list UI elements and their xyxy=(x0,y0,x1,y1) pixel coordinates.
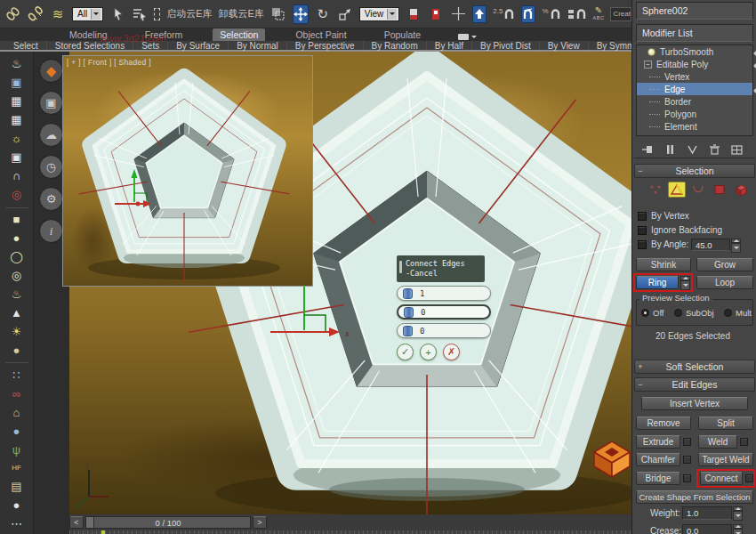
loop-button[interactable]: Loop xyxy=(696,276,753,289)
ribbon-item-by-perspective[interactable]: By Perspective xyxy=(287,41,364,51)
by-vertex-checkbox[interactable] xyxy=(638,212,647,221)
spinner-snap-toggle-icon[interactable] xyxy=(567,8,587,20)
projector-icon[interactable]: ▣ xyxy=(5,149,28,166)
bridge-button[interactable]: Bridge xyxy=(636,472,680,485)
segments-field[interactable]: 1 xyxy=(397,286,491,301)
clock-icon[interactable]: ◷ xyxy=(39,155,63,179)
angle-spinner[interactable] xyxy=(731,239,741,251)
connect-settings-box[interactable] xyxy=(745,474,753,482)
edit-edges-rollout-header[interactable]: − Edit Edges xyxy=(634,377,755,392)
soft-selection-rollout-header[interactable]: + Soft Selection xyxy=(634,360,755,374)
remove-button[interactable]: Remove xyxy=(636,417,691,430)
crease-spinner[interactable] xyxy=(733,524,743,534)
stack-row-editable-poly[interactable]: − Editable Poly xyxy=(637,58,752,70)
extrude-button[interactable]: Extrude xyxy=(636,435,680,449)
object-name-field[interactable]: Sphere002 xyxy=(636,2,753,20)
select-object-icon[interactable] xyxy=(109,4,125,24)
target-weld-button[interactable]: Target Weld xyxy=(698,453,753,466)
select-by-name-icon[interactable] xyxy=(132,4,148,24)
previous-frame-button[interactable]: < xyxy=(69,516,84,529)
configure-modifier-sets-icon[interactable] xyxy=(728,142,744,157)
extrude-settings-box[interactable] xyxy=(683,438,691,446)
ring-button[interactable]: Ring xyxy=(636,276,679,289)
stack-row-turbosmooth[interactable]: TurboSmooth xyxy=(637,45,752,58)
weight-value-field[interactable]: 1.0 xyxy=(682,506,732,520)
teapot-outline-icon[interactable]: ♨ xyxy=(5,285,28,303)
gear-icon[interactable]: ⚙ xyxy=(39,187,63,211)
ribbon-item-by-normal[interactable]: By Normal xyxy=(229,41,287,51)
move-tool-button[interactable] xyxy=(293,4,309,24)
show-end-result-icon[interactable] xyxy=(662,142,678,157)
viewport-label[interactable]: [ + ] [ Front ] [ Shaded ] xyxy=(67,58,151,67)
ribbon-item-by-random[interactable]: By Random xyxy=(364,41,427,51)
collapse-icon[interactable]: − xyxy=(644,61,652,69)
track-bar[interactable] xyxy=(69,530,631,534)
snaps-toggle-icon[interactable]: 2.5 xyxy=(493,8,515,20)
weld-settings-box[interactable] xyxy=(740,438,748,446)
stack-row-element[interactable]: Element xyxy=(637,120,752,133)
time-slider[interactable]: 0 / 100 xyxy=(85,516,251,529)
modifier-list-dropdown[interactable]: Modifier List xyxy=(636,24,753,42)
grow-button[interactable]: Grow xyxy=(696,258,753,271)
camera-icon[interactable]: ◎ xyxy=(5,186,28,204)
preview-subobj-radio[interactable] xyxy=(674,309,682,317)
cube-icon[interactable]: ▣ xyxy=(39,91,63,115)
spreadsheet-icon[interactable]: ▦ xyxy=(5,93,28,110)
rain-icon[interactable]: ∷ xyxy=(5,366,28,384)
crease-value-field[interactable]: 0.0 xyxy=(682,524,732,534)
make-unique-icon[interactable] xyxy=(684,142,700,157)
app-logo-icon[interactable]: ◆ xyxy=(39,59,63,83)
pinch-field[interactable]: 0 xyxy=(397,304,491,320)
render-frame-icon[interactable]: ▣ xyxy=(5,74,28,92)
circle-icon[interactable]: ◯ xyxy=(5,248,28,266)
bind-to-space-warp-icon[interactable]: ≋ xyxy=(50,4,66,24)
align-marker-icon[interactable] xyxy=(428,4,444,24)
select-and-link-icon[interactable] xyxy=(5,4,21,24)
more-icon[interactable]: ⋯ xyxy=(5,515,28,533)
mirror-marker-icon[interactable] xyxy=(406,4,422,24)
selection-filter-dropdown[interactable]: All xyxy=(72,7,103,21)
rotate-tool-icon[interactable]: ↻ xyxy=(315,4,331,24)
caddy-apply-button[interactable]: + xyxy=(420,344,437,360)
animal-hf-icon[interactable]: HF xyxy=(5,459,28,477)
ball-icon[interactable]: ● xyxy=(5,497,28,514)
grass-icon[interactable]: ψ xyxy=(5,441,28,458)
stack-row-edge[interactable]: Edge xyxy=(637,83,752,95)
tab-populate[interactable]: Populate xyxy=(377,28,428,41)
window-crossing-icon[interactable] xyxy=(270,4,286,24)
connect-button[interactable]: Connect xyxy=(700,472,743,485)
bridge-settings-box[interactable] xyxy=(683,474,691,482)
ribbon-item-by-pivot-dist[interactable]: By Pivot Dist xyxy=(472,41,540,51)
border-subobject-button[interactable] xyxy=(689,182,707,198)
ribbon-item-by-half[interactable]: By Half xyxy=(427,41,472,51)
info-icon[interactable]: i xyxy=(39,219,63,243)
weight-spinner[interactable] xyxy=(733,506,743,520)
create-shape-button[interactable]: Create Shape From Selection xyxy=(636,490,753,504)
ribbon-item-select[interactable]: Select xyxy=(5,41,47,51)
tab-object-paint[interactable]: Object Paint xyxy=(288,28,353,41)
molecule-icon[interactable]: ∞ xyxy=(5,384,28,402)
polygon-subobject-button[interactable] xyxy=(711,182,728,198)
unlink-selection-icon[interactable] xyxy=(28,4,44,24)
cone-icon[interactable]: ▲ xyxy=(5,303,28,321)
caddy-cancel-button[interactable]: ✗ xyxy=(443,344,460,360)
teapot-icon[interactable]: ♨ xyxy=(5,55,28,73)
dropdown-arrow-icon[interactable] xyxy=(91,9,101,20)
element-subobject-button[interactable] xyxy=(732,182,750,198)
preview-off-radio[interactable] xyxy=(641,309,649,317)
angle-value-field[interactable]: 45.0 xyxy=(691,239,730,251)
insert-vertex-button[interactable]: Insert Vertex xyxy=(641,397,748,410)
rock-icon[interactable]: ● xyxy=(5,422,28,440)
by-angle-checkbox[interactable] xyxy=(638,240,647,249)
selection-rollout-header[interactable]: − Selection xyxy=(634,164,755,178)
house-icon[interactable]: ⌂ xyxy=(5,403,28,421)
preview-mult-radio[interactable] xyxy=(724,309,732,317)
inset-viewport[interactable]: [ + ] [ Front ] [ Shaded ] xyxy=(62,55,313,287)
slide-field[interactable]: 0 xyxy=(397,323,491,338)
stack-row-vertex[interactable]: Vertex xyxy=(637,70,752,83)
reference-coordinate-dropdown[interactable]: View xyxy=(359,7,400,21)
table-icon[interactable]: ▦ xyxy=(5,111,28,129)
split-button[interactable]: Split xyxy=(698,417,753,430)
ribbon-item-by-surface[interactable]: By Surface xyxy=(168,41,229,51)
ribbon-item-by-view[interactable]: By View xyxy=(540,41,589,51)
